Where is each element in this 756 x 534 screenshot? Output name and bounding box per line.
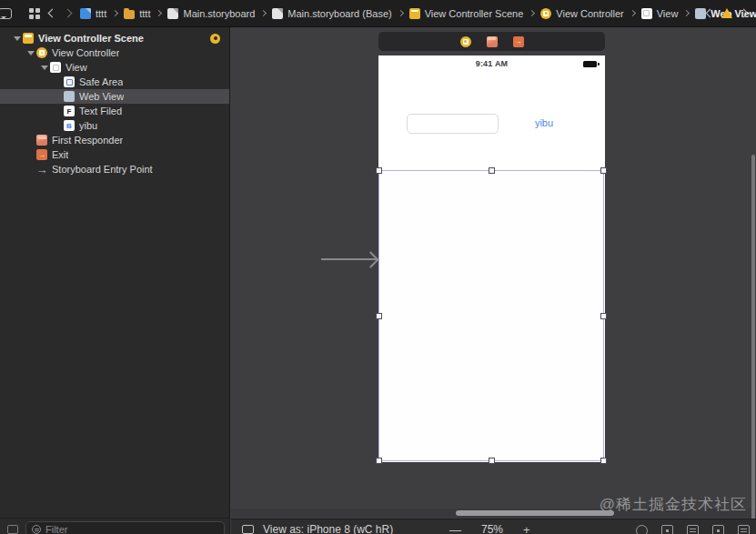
button-icon <box>64 120 75 131</box>
selection-handle[interactable] <box>376 313 382 319</box>
view-as-button[interactable]: View as: iPhone 8 (wC hR) <box>263 523 393 534</box>
add-constraints-icon[interactable] <box>712 525 724 534</box>
web-view-icon <box>64 91 75 102</box>
outline-row-yibu[interactable]: yibu <box>0 118 229 133</box>
filter-icon <box>32 525 41 534</box>
embed-in-stack-icon[interactable] <box>661 525 673 534</box>
outline-tree: View Controller Scene View Controller Vi… <box>0 31 229 176</box>
outline-row-exit[interactable]: Exit <box>0 147 229 162</box>
watermark: @稀土掘金技术社区 <box>600 494 747 515</box>
back-chevron-icon[interactable] <box>48 9 57 18</box>
file-blue-icon <box>80 8 91 19</box>
breadcrumb-separator-icon <box>260 10 267 16</box>
next-issue-icon[interactable] <box>740 9 749 18</box>
folder-icon <box>124 10 135 19</box>
breadcrumb-project-tttt[interactable]: tttt <box>80 8 106 19</box>
breadcrumb-separator-icon <box>156 10 162 16</box>
storyboard-canvas[interactable]: 9:41 AM yibu @稀土掘金技术社区 <box>231 27 756 534</box>
breadcrumb-separator-icon <box>630 10 636 16</box>
outline-row-web-view[interactable]: Web View <box>0 89 229 104</box>
battery-icon <box>583 61 597 67</box>
status-bar: 9:41 AM <box>378 55 605 72</box>
horizontal-scrollbar[interactable] <box>456 510 614 516</box>
xcode-interface-builder: tttt tttt Main.storyboard Main.storyboar… <box>0 0 756 534</box>
entry-point-icon <box>36 164 47 175</box>
exit-icon[interactable] <box>513 36 524 47</box>
breadcrumb-view[interactable]: View <box>641 8 679 19</box>
outline-row-text-filed[interactable]: Text Filed <box>0 104 229 118</box>
outline-row-view-controller[interactable]: View Controller <box>0 45 229 60</box>
breadcrumb-group-tttt[interactable]: tttt <box>124 8 150 19</box>
zoom-level[interactable]: 75% <box>481 523 503 534</box>
scene-dock <box>378 32 605 51</box>
view-controller-view[interactable]: 9:41 AM yibu <box>378 55 605 462</box>
breadcrumb-view-controller-scene[interactable]: View Controller Scene <box>409 8 524 19</box>
update-frames-icon[interactable] <box>636 525 648 534</box>
breadcrumb-separator-icon <box>398 10 404 16</box>
scene-icon <box>23 33 34 44</box>
view-icon <box>641 8 652 19</box>
breadcrumb-separator-icon <box>529 10 535 16</box>
first-responder-icon[interactable] <box>487 36 498 47</box>
previous-issue-icon[interactable] <box>706 9 715 18</box>
filter-placeholder: Filter <box>45 524 67 534</box>
breadcrumb-separator-icon <box>683 10 690 16</box>
breadcrumb-separator-icon <box>112 10 118 16</box>
filter-bar: Filter <box>0 518 230 534</box>
outline-row-first-responder[interactable]: First Responder <box>0 133 229 147</box>
breadcrumb-main-storyboard-base[interactable]: Main.storyboard (Base) <box>272 8 391 19</box>
warning-icon[interactable] <box>721 8 732 18</box>
breadcrumb-main-storyboard[interactable]: Main.storyboard <box>167 8 255 19</box>
status-time: 9:41 AM <box>378 59 605 68</box>
jump-bar: tttt tttt Main.storyboard Main.storyboar… <box>0 0 756 27</box>
file-light-icon <box>167 8 178 19</box>
first-responder-icon <box>36 135 47 146</box>
vertical-scrollbar[interactable] <box>751 155 755 534</box>
scene-icon <box>409 8 420 19</box>
selection-handle[interactable] <box>489 458 495 464</box>
outline-row-view[interactable]: View <box>0 60 229 75</box>
view-controller-icon <box>540 8 551 19</box>
scene-badge-icon[interactable] <box>210 34 220 44</box>
outline-toggle-icon[interactable] <box>7 525 18 534</box>
resolve-layout-icon[interactable] <box>738 525 750 534</box>
view-icon <box>50 62 61 73</box>
web-view-icon <box>695 8 706 19</box>
web-view-selected[interactable] <box>378 170 604 461</box>
view-controller-icon[interactable] <box>460 36 471 47</box>
storyboard-entry-arrow <box>321 258 377 260</box>
forward-chevron-icon[interactable] <box>64 9 73 18</box>
safe-area-icon <box>64 76 75 87</box>
align-icon[interactable] <box>687 525 699 534</box>
zoom-in-button[interactable]: + <box>523 523 530 534</box>
outline-row-safe-area[interactable]: Safe Area <box>0 75 229 89</box>
zoom-out-button[interactable]: — <box>449 523 461 534</box>
selection-handle[interactable] <box>600 167 607 174</box>
breadcrumb: tttt tttt Main.storyboard Main.storyboar… <box>80 8 698 19</box>
outline-row-view-controller-scene[interactable]: View Controller Scene <box>0 31 229 45</box>
text-field[interactable] <box>407 114 499 134</box>
selection-handle[interactable] <box>600 313 607 319</box>
device-icon[interactable] <box>242 525 254 534</box>
file-light-icon <box>272 8 283 19</box>
document-outline: View Controller Scene View Controller Vi… <box>0 27 230 534</box>
yibu-button[interactable]: yibu <box>517 117 571 128</box>
outline-row-storyboard-entry-point[interactable]: Storyboard Entry Point <box>0 162 229 176</box>
canvas-bottom-bar: View as: iPhone 8 (wC hR) — 75% + <box>231 519 756 534</box>
selection-handle[interactable] <box>600 458 607 464</box>
disclosure-triangle[interactable] <box>38 65 50 70</box>
related-items-icon[interactable] <box>28 7 40 19</box>
text-field-icon <box>64 106 75 116</box>
selection-handle[interactable] <box>376 167 382 174</box>
view-controller-icon <box>36 47 47 58</box>
disclosure-triangle[interactable] <box>11 36 23 41</box>
selection-handle[interactable] <box>376 458 382 464</box>
disclosure-triangle[interactable] <box>25 51 36 55</box>
filter-field[interactable]: Filter <box>25 521 225 534</box>
breadcrumb-view-controller[interactable]: View Controller <box>540 8 623 19</box>
editor-bubble-icon[interactable] <box>0 8 12 19</box>
selection-handle[interactable] <box>489 167 495 174</box>
exit-icon <box>36 149 47 160</box>
